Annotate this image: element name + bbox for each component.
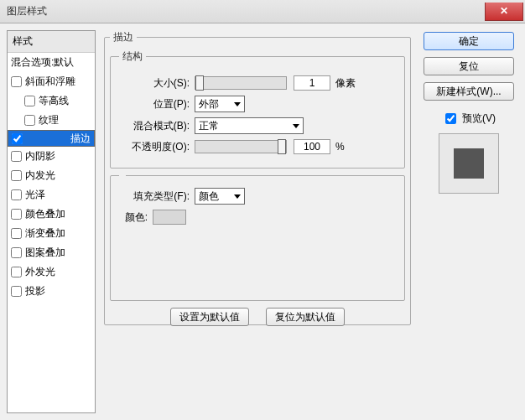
blend-mode-select[interactable]: 正常 bbox=[195, 117, 304, 134]
close-button[interactable]: ✕ bbox=[485, 3, 523, 21]
stroke-group: 描边 结构 大小(S): 像素 位置(P): 外部 bbox=[104, 30, 411, 325]
style-checkbox[interactable] bbox=[11, 209, 22, 220]
filltype-label: 填充类型(F): bbox=[119, 189, 195, 204]
filltype-select[interactable]: 颜色 bbox=[195, 188, 245, 205]
style-item-label: 渐变叠加 bbox=[25, 226, 65, 241]
ok-button[interactable]: 确定 bbox=[424, 32, 514, 50]
size-unit: 像素 bbox=[335, 76, 356, 91]
style-item-label: 等高线 bbox=[39, 94, 69, 108]
style-item[interactable]: 纹理 bbox=[8, 111, 95, 130]
slider-thumb-icon[interactable] bbox=[278, 139, 286, 154]
styles-list: 样式 混合选项:默认 斜面和浮雕等高线纹理描边内阴影内发光光泽颜色叠加渐变叠加图… bbox=[7, 30, 96, 413]
style-item-label: 颜色叠加 bbox=[25, 207, 65, 221]
style-item-label: 光泽 bbox=[25, 188, 45, 202]
opacity-unit: % bbox=[335, 141, 345, 153]
preview-checkbox[interactable] bbox=[445, 113, 456, 124]
opacity-slider[interactable] bbox=[195, 140, 287, 153]
style-item[interactable]: 描边 bbox=[8, 130, 95, 147]
style-checkbox[interactable] bbox=[11, 247, 22, 258]
filltype-group: 填充类型(F): 颜色 颜色: bbox=[110, 175, 405, 301]
position-value: 外部 bbox=[199, 97, 219, 111]
style-checkbox[interactable] bbox=[24, 115, 35, 126]
style-item-label: 斜面和浮雕 bbox=[25, 75, 75, 89]
style-item[interactable]: 内阴影 bbox=[8, 147, 95, 166]
style-checkbox[interactable] bbox=[11, 267, 22, 277]
slider-thumb-icon[interactable] bbox=[195, 75, 204, 91]
preview-label: 预览(V) bbox=[462, 111, 496, 126]
filltype-value: 颜色 bbox=[199, 189, 219, 204]
style-checkbox[interactable] bbox=[11, 286, 22, 297]
style-checkbox[interactable] bbox=[11, 228, 22, 239]
opacity-input[interactable] bbox=[294, 139, 330, 154]
color-swatch[interactable] bbox=[153, 210, 186, 225]
blending-options[interactable]: 混合选项:默认 bbox=[8, 53, 95, 72]
titlebar: 图层样式 ✕ bbox=[0, 0, 525, 23]
style-item-label: 投影 bbox=[25, 284, 45, 298]
style-item[interactable]: 斜面和浮雕 bbox=[8, 72, 95, 91]
style-item-label: 内阴影 bbox=[25, 149, 55, 163]
preview-swatch bbox=[454, 148, 484, 179]
chevron-down-icon bbox=[234, 102, 241, 106]
opacity-label: 不透明度(O): bbox=[119, 140, 195, 154]
style-item-label: 图案叠加 bbox=[25, 246, 65, 260]
size-slider[interactable] bbox=[195, 76, 287, 90]
style-item-label: 外发光 bbox=[25, 265, 55, 279]
style-item[interactable]: 投影 bbox=[8, 282, 95, 301]
right-panel: 确定 复位 新建样式(W)... 预览(V) bbox=[419, 30, 518, 413]
style-item-label: 纹理 bbox=[39, 113, 59, 127]
size-label: 大小(S): bbox=[119, 76, 195, 91]
style-checkbox[interactable] bbox=[12, 133, 23, 144]
style-item[interactable]: 光泽 bbox=[8, 185, 95, 205]
chevron-down-icon bbox=[293, 124, 299, 128]
stroke-group-title: 描边 bbox=[110, 30, 137, 44]
chevron-down-icon bbox=[234, 194, 241, 199]
style-checkbox[interactable] bbox=[11, 170, 22, 181]
blend-mode-value: 正常 bbox=[199, 119, 219, 133]
window-title: 图层样式 bbox=[7, 4, 47, 18]
color-label: 颜色: bbox=[119, 210, 153, 225]
style-item[interactable]: 渐变叠加 bbox=[8, 224, 95, 243]
style-item[interactable]: 图案叠加 bbox=[8, 243, 95, 262]
settings-panel: 描边 结构 大小(S): 像素 位置(P): 外部 bbox=[96, 30, 419, 413]
style-item[interactable]: 外发光 bbox=[8, 262, 95, 282]
reset-default-button[interactable]: 复位为默认值 bbox=[266, 308, 345, 326]
styles-header: 样式 bbox=[8, 31, 95, 53]
cancel-button[interactable]: 复位 bbox=[424, 57, 514, 75]
structure-group: 结构 大小(S): 像素 位置(P): 外部 bbox=[110, 49, 405, 169]
style-item[interactable]: 内发光 bbox=[8, 166, 95, 185]
position-select[interactable]: 外部 bbox=[195, 96, 245, 112]
position-label: 位置(P): bbox=[119, 97, 195, 111]
preview-toggle[interactable]: 预览(V) bbox=[442, 111, 496, 127]
make-default-button[interactable]: 设置为默认值 bbox=[170, 308, 249, 326]
style-item[interactable]: 颜色叠加 bbox=[8, 205, 95, 224]
style-item[interactable]: 等高线 bbox=[8, 91, 95, 111]
structure-title: 结构 bbox=[119, 49, 146, 64]
style-item-label: 描边 bbox=[70, 132, 91, 146]
blend-mode-label: 混合模式(B): bbox=[119, 119, 195, 133]
style-item-label: 内发光 bbox=[25, 169, 55, 183]
style-checkbox[interactable] bbox=[11, 151, 22, 162]
blending-options-label: 混合选项:默认 bbox=[11, 55, 74, 70]
style-checkbox[interactable] bbox=[11, 189, 22, 200]
preview-box bbox=[439, 133, 499, 194]
style-checkbox[interactable] bbox=[11, 76, 22, 87]
style-checkbox[interactable] bbox=[24, 96, 35, 106]
size-input[interactable] bbox=[294, 75, 330, 91]
new-style-button[interactable]: 新建样式(W)... bbox=[424, 82, 514, 101]
